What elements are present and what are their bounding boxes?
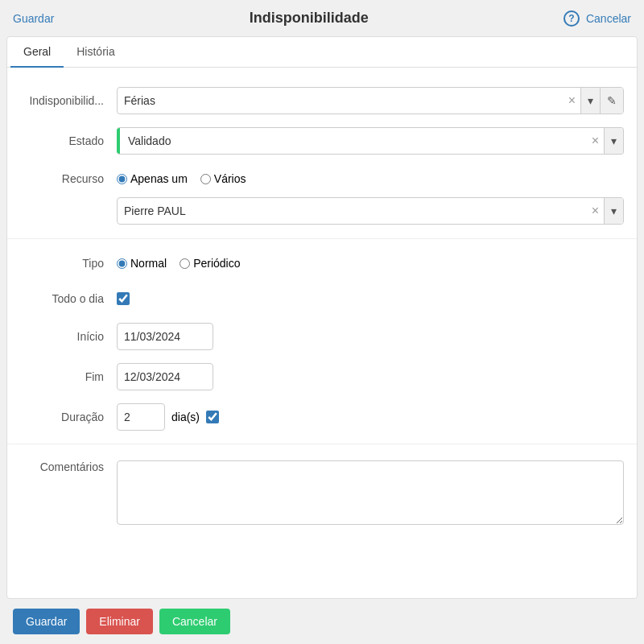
todo-o-dia-row: Todo o dia (7, 281, 637, 316)
indisponibilidade-control: Férias × ▾ ✎ (117, 87, 624, 114)
todo-o-dia-label: Todo o dia (20, 292, 117, 305)
inicio-control: 11/03/2024 (117, 323, 624, 350)
footer-bar: Guardar Eliminar Cancelar (0, 599, 644, 644)
top-bar: Guardar Indisponibilidade ? Cancelar (0, 0, 644, 36)
recurso-radio-single-label: Apenas um (130, 172, 188, 185)
estado-control: Validado × ▾ (117, 127, 624, 155)
fim-control: 12/03/2024 (117, 363, 624, 390)
estado-select[interactable]: Validado × ▾ (117, 127, 624, 155)
indisponibilidade-clear-icon[interactable]: × (564, 94, 580, 107)
top-bar-right: ? Cancelar (564, 10, 631, 27)
tabs-bar: Geral História (7, 37, 637, 68)
todo-o-dia-checkbox-wrapper (117, 292, 130, 305)
indisponibilidade-label: Indisponibilid... (20, 94, 117, 107)
recurso-select-row: Pierre PAUL × ▾ (7, 196, 637, 232)
recurso-radio-single[interactable]: Apenas um (117, 172, 188, 185)
tab-historia[interactable]: História (64, 37, 127, 68)
comentarios-control (117, 460, 624, 525)
recurso-radio-multiple-input[interactable] (200, 174, 211, 184)
eliminar-button[interactable]: Eliminar (86, 609, 153, 634)
estado-row: Estado Validado × ▾ (7, 121, 637, 161)
recurso-select-area: Pierre PAUL × ▾ (117, 197, 624, 225)
comentarios-label: Comentários (20, 460, 117, 473)
indisponibilidade-arrow-icon[interactable]: ▾ (580, 88, 600, 114)
tipo-radio-group: Normal Periódico (117, 257, 241, 270)
duration-area: 2 dia(s) (117, 403, 219, 431)
estado-label: Estado (20, 134, 117, 147)
estado-arrow-icon[interactable]: ▾ (604, 128, 623, 154)
tipo-radio-periodico-input[interactable] (180, 258, 190, 269)
main-card: Geral História Indisponibilid... Férias … (6, 36, 638, 599)
tipo-label: Tipo (20, 257, 117, 270)
indisponibilidade-edit-icon[interactable]: ✎ (600, 88, 623, 114)
inicio-label: Início (20, 330, 117, 343)
section-divider-1 (7, 238, 637, 239)
section-divider-2 (7, 444, 637, 444)
save-top-button[interactable]: Guardar (13, 12, 54, 25)
recurso-label: Recurso (20, 172, 117, 185)
form-body: Indisponibilid... Férias × ▾ ✎ Estado (7, 68, 637, 544)
cancelar-button[interactable]: Cancelar (159, 609, 230, 634)
tipo-radio-area: Normal Periódico (117, 257, 624, 270)
page-title: Indisponibilidade (250, 10, 369, 27)
fim-input[interactable]: 12/03/2024 (117, 363, 213, 390)
recurso-row: Recurso Apenas um Vários (7, 161, 637, 196)
recurso-radio-group: Apenas um Vários (117, 172, 246, 185)
duracao-unit-label: dia(s) (171, 411, 200, 423)
indisponibilidade-row: Indisponibilid... Férias × ▾ ✎ (7, 80, 637, 121)
indisponibilidade-value: Férias (118, 91, 564, 110)
recurso-radio-multiple[interactable]: Vários (200, 172, 246, 185)
duracao-input[interactable]: 2 (117, 403, 165, 431)
estado-clear-icon[interactable]: × (587, 134, 604, 147)
duracao-label: Duração (20, 411, 117, 423)
tipo-radio-periodico[interactable]: Periódico (180, 257, 240, 270)
comentarios-textarea[interactable] (117, 460, 624, 525)
recurso-clear-icon[interactable]: × (587, 204, 604, 217)
recurso-radio-multiple-label: Vários (214, 172, 246, 185)
duracao-checkbox-wrapper (206, 411, 219, 423)
estado-value: Validado (120, 131, 587, 151)
recurso-radio-single-input[interactable] (117, 174, 127, 184)
tipo-radio-normal-input[interactable] (117, 258, 127, 269)
duracao-checkbox[interactable] (206, 411, 219, 423)
tipo-row: Tipo Normal Periódico (7, 246, 637, 281)
recurso-select[interactable]: Pierre PAUL × ▾ (117, 197, 624, 225)
recurso-radio-area: Apenas um Vários (117, 172, 624, 185)
recurso-arrow-icon[interactable]: ▾ (604, 198, 623, 224)
guardar-button[interactable]: Guardar (13, 609, 80, 634)
inicio-input[interactable]: 11/03/2024 (117, 323, 213, 350)
cancel-top-button[interactable]: Cancelar (586, 12, 631, 25)
tipo-radio-normal-label: Normal (130, 257, 167, 270)
help-icon[interactable]: ? (564, 10, 580, 27)
comentarios-row: Comentários (7, 451, 637, 531)
duracao-control: 2 dia(s) (117, 403, 624, 431)
todo-o-dia-checkbox[interactable] (117, 292, 130, 305)
indisponibilidade-select[interactable]: Férias × ▾ ✎ (117, 87, 624, 114)
tab-geral[interactable]: Geral (10, 37, 64, 68)
tipo-radio-periodico-label: Periódico (193, 257, 240, 270)
todo-o-dia-control (117, 292, 624, 305)
recurso-value: Pierre PAUL (118, 201, 587, 221)
fim-label: Fim (20, 370, 117, 383)
tipo-radio-normal[interactable]: Normal (117, 257, 167, 270)
fim-row: Fim 12/03/2024 (7, 357, 637, 397)
inicio-row: Início 11/03/2024 (7, 316, 637, 357)
duracao-row: Duração 2 dia(s) (7, 397, 637, 437)
